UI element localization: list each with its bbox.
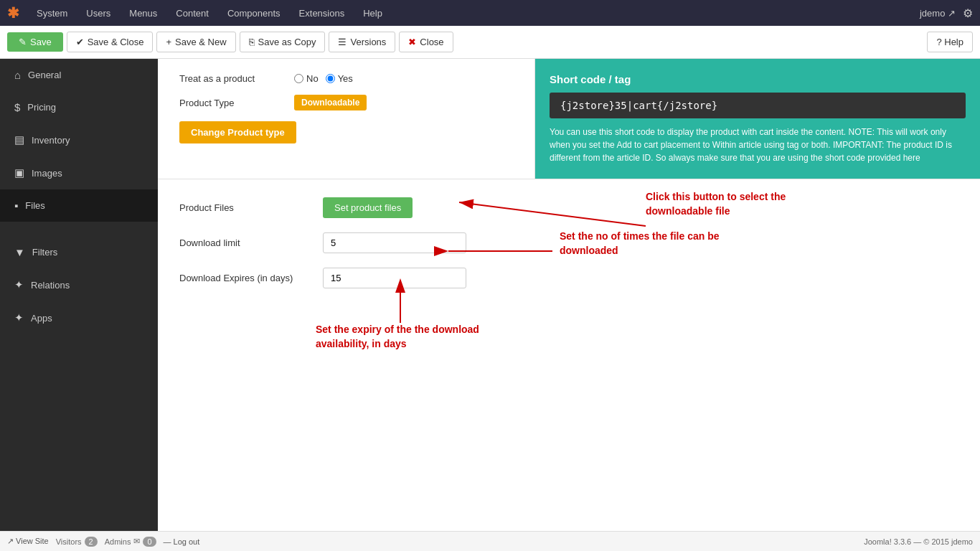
- sidebar-item-relations-label: Relations: [31, 280, 70, 291]
- download-limit-input[interactable]: [323, 232, 466, 253]
- product-type-label: Product Type: [179, 98, 294, 108]
- nav-help[interactable]: Help: [354, 0, 391, 26]
- visitors-count: 2: [85, 537, 98, 547]
- downloadable-badge: Downloadable: [294, 95, 367, 110]
- change-type-row: Change Product type: [179, 121, 513, 143]
- toolbar-left: ✎ Save ✔ Save & Close + Save & New ⎘ Sav…: [7, 32, 453, 52]
- shortcode-box: {j2store}35|cart{/j2store}: [550, 93, 966, 118]
- check-icon: ✔: [76, 37, 84, 47]
- visitors-label: Visitors: [56, 537, 82, 546]
- admins-count: 0: [143, 537, 156, 547]
- navbar-left: ✱ System Users Menus Content Components …: [7, 0, 391, 26]
- versions-icon: ☰: [338, 37, 347, 47]
- download-limit-row: Download limit: [179, 232, 958, 253]
- logout-link[interactable]: — Log out: [164, 537, 200, 546]
- content-area: Treat as a product No Yes Produ: [158, 59, 980, 531]
- download-limit-label: Download limit: [179, 237, 323, 248]
- nav-components[interactable]: Components: [219, 0, 289, 26]
- treat-as-product-label: Treat as a product: [179, 73, 294, 84]
- sidebar-item-filters[interactable]: ▼ Filters: [0, 236, 158, 268]
- brand-icon: ✱: [7, 4, 19, 22]
- sidebar-item-pricing[interactable]: $ Pricing: [0, 91, 158, 123]
- close-label: Close: [420, 37, 443, 47]
- close-button[interactable]: ✖ Close: [399, 32, 453, 52]
- nav-content[interactable]: Content: [167, 0, 217, 26]
- sidebar-item-relations[interactable]: ✦ Relations: [0, 268, 158, 301]
- save-copy-button[interactable]: ⎘ Save as Copy: [240, 32, 326, 52]
- save-label: Save: [30, 37, 52, 47]
- main-content: ⌂ General $ Pricing ▤ Inventory ▣ Images…: [0, 59, 980, 531]
- radio-no-label[interactable]: No: [294, 73, 319, 84]
- product-files-label: Product Files: [179, 202, 323, 213]
- sidebar-item-apps-label: Apps: [31, 313, 52, 324]
- navbar: ✱ System Users Menus Content Components …: [0, 0, 980, 26]
- home-icon: ⌂: [14, 69, 21, 81]
- gear-icon[interactable]: ⚙: [963, 6, 973, 20]
- files-section-wrapper: Product Files Set product files Download…: [158, 179, 980, 317]
- sidebar-item-pricing-label: Pricing: [27, 102, 56, 113]
- save-button[interactable]: ✎ Save: [7, 32, 63, 52]
- change-product-type-button[interactable]: Change Product type: [179, 121, 296, 143]
- download-expires-value: [323, 268, 466, 288]
- inventory-icon: ▤: [14, 133, 24, 146]
- save-new-label: Save & New: [175, 37, 227, 47]
- product-files-row: Product Files Set product files: [179, 197, 958, 218]
- set-product-files-button[interactable]: Set product files: [323, 197, 413, 218]
- sidebar-item-images[interactable]: ▣ Images: [0, 156, 158, 189]
- sidebar-item-images-label: Images: [32, 168, 62, 179]
- help-icon: ?: [936, 37, 941, 47]
- sidebar-item-general-label: General: [28, 70, 61, 80]
- product-type-section: Treat as a product No Yes Produ: [158, 59, 535, 179]
- shortcode-description: You can use this short code to display t…: [550, 126, 966, 164]
- external-link-icon: ↗: [7, 537, 14, 545]
- sidebar-item-general[interactable]: ⌂ General: [0, 59, 158, 91]
- footer: ↗ View Site Visitors 2 Admins ✉ 0 — Log …: [0, 531, 980, 551]
- radio-no-text: No: [306, 73, 319, 84]
- help-button[interactable]: ? Help: [927, 32, 973, 52]
- sidebar-item-files[interactable]: ▪ Files: [0, 189, 158, 222]
- close-icon: ✖: [408, 37, 416, 47]
- nav-menus[interactable]: Menus: [121, 0, 166, 26]
- shortcode-title: Short code / tag: [550, 73, 966, 85]
- versions-label: Versions: [350, 37, 386, 47]
- save-new-button[interactable]: + Save & New: [156, 32, 235, 52]
- nav-extensions[interactable]: Extensions: [291, 0, 354, 26]
- sidebar-item-inventory[interactable]: ▤ Inventory: [0, 123, 158, 156]
- radio-yes-label[interactable]: Yes: [326, 73, 353, 84]
- filters-icon: ▼: [14, 246, 25, 258]
- shortcode-section: Short code / tag {j2store}35|cart{/j2sto…: [535, 59, 980, 179]
- admins-label: Admins: [105, 537, 131, 546]
- sidebar-item-apps[interactable]: ✦ Apps: [0, 301, 158, 334]
- navbar-right: jdemo ↗ ⚙: [920, 6, 973, 20]
- annotation-3-text: Set the expiry of the the download avail…: [316, 323, 531, 351]
- view-site-link[interactable]: ↗ View Site: [7, 537, 49, 546]
- save-close-button[interactable]: ✔ Save & Close: [67, 32, 154, 52]
- files-icon: ▪: [14, 199, 18, 212]
- mail-icon: ✉: [133, 537, 140, 546]
- visitors-badge-container: Visitors 2: [56, 537, 98, 547]
- save-icon: ✎: [19, 37, 27, 47]
- sidebar-item-inventory-label: Inventory: [32, 135, 70, 146]
- help-label: Help: [944, 37, 963, 47]
- nav-system[interactable]: System: [28, 0, 76, 26]
- user-label[interactable]: jdemo ↗: [920, 8, 956, 19]
- nav-users[interactable]: Users: [77, 0, 119, 26]
- radio-yes[interactable]: [326, 74, 335, 83]
- radio-no[interactable]: [294, 74, 303, 83]
- images-icon: ▣: [14, 166, 24, 179]
- radio-yes-text: Yes: [338, 73, 353, 84]
- sidebar-item-files-label: Files: [25, 200, 44, 211]
- relations-icon: ✦: [14, 278, 24, 291]
- download-expires-label: Download Expires (in days): [179, 273, 323, 283]
- download-expires-input[interactable]: [323, 268, 466, 288]
- download-limit-value: [323, 232, 466, 253]
- versions-button[interactable]: ☰ Versions: [329, 32, 395, 52]
- dollar-icon: $: [14, 101, 20, 113]
- copy-icon: ⎘: [249, 37, 255, 47]
- toolbar: ✎ Save ✔ Save & Close + Save & New ⎘ Sav…: [0, 26, 980, 59]
- toolbar-right: ? Help: [927, 32, 973, 52]
- files-section: Product Files Set product files Download…: [158, 179, 980, 317]
- apps-icon: ✦: [14, 311, 24, 324]
- download-expires-row: Download Expires (in days): [179, 268, 958, 288]
- product-type-value: Downloadable: [294, 95, 367, 110]
